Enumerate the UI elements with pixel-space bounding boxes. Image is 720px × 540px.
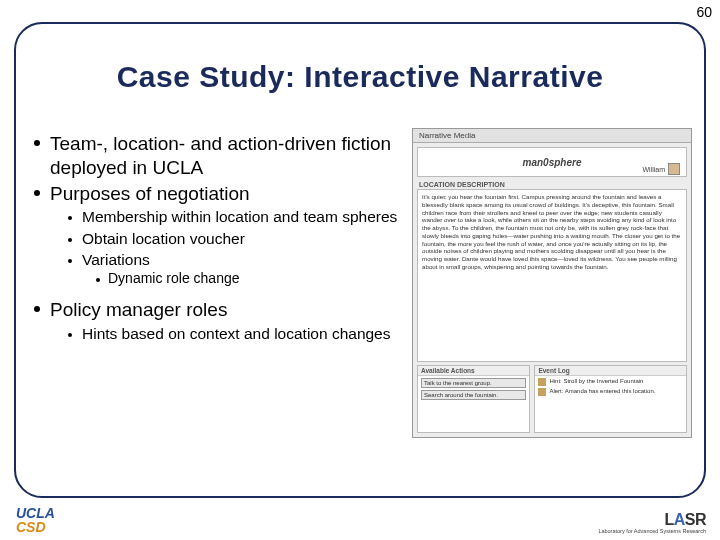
bullet-1: Team-, location- and action-driven ficti…	[34, 132, 414, 180]
app-screenshot: Narrative Media man0sphere William LOCAT…	[412, 128, 692, 438]
bullet-text: Purposes of negotiation	[50, 182, 250, 206]
bullet-dot-icon	[96, 278, 100, 282]
log-item: Hint: Stroll by the Inverted Fountain	[538, 378, 683, 386]
log-text: Hint: Stroll by the Inverted Fountain	[549, 378, 643, 384]
user-name: William	[642, 166, 665, 173]
bullet-2-1: Membership within location and team sphe…	[68, 207, 414, 226]
bullet-text: Team-, location- and action-driven ficti…	[50, 132, 414, 180]
avatar-icon	[668, 163, 680, 175]
bullet-2-2: Obtain location voucher	[68, 229, 414, 248]
csd-text: CSD	[16, 521, 55, 534]
bullet-2-3: Variations	[68, 250, 414, 269]
app-tab: Narrative Media	[413, 129, 691, 143]
log-item: Alert: Amanda has entered this location.	[538, 388, 683, 396]
bullet-dot-icon	[34, 306, 40, 312]
bullet-dot-icon	[34, 140, 40, 146]
action-button-2[interactable]: Search around the fountain.	[421, 390, 526, 400]
event-log-panel: Event Log Hint: Stroll by the Inverted F…	[534, 365, 687, 433]
lasr-subtitle: Laboratory for Advanced Systems Research	[598, 529, 706, 535]
bullet-text: Obtain location voucher	[82, 229, 245, 248]
slide-title: Case Study: Interactive Narrative	[0, 60, 720, 94]
bullet-3-1: Hints based on context and location chan…	[68, 324, 414, 343]
panel-header: Event Log	[535, 366, 686, 376]
lasr-logo: LASR Laboratory for Advanced Systems Res…	[598, 511, 706, 535]
bullet-text: Dynamic role change	[108, 270, 240, 288]
bullet-2-3-1: Dynamic role change	[96, 270, 414, 288]
bullet-3: Policy manager roles	[34, 298, 414, 322]
bullet-text: Variations	[82, 250, 150, 269]
location-description: It's quiet: you hear the fountain first.…	[417, 189, 687, 362]
app-title: man0sphere	[523, 157, 582, 168]
bullet-text: Hints based on context and location chan…	[82, 324, 391, 343]
alert-icon	[538, 388, 546, 396]
log-text: Alert: Amanda has entered this location.	[549, 388, 655, 394]
bullet-dot-icon	[68, 259, 72, 263]
bullet-dot-icon	[68, 333, 72, 337]
bullet-dot-icon	[34, 190, 40, 196]
hint-icon	[538, 378, 546, 386]
ucla-csd-logo: UCLA CSD	[16, 507, 55, 534]
app-header: man0sphere William	[417, 147, 687, 177]
panel-header: Available Actions	[418, 366, 529, 376]
bullet-text: Policy manager roles	[50, 298, 227, 322]
bullet-dot-icon	[68, 216, 72, 220]
bullet-2: Purposes of negotiation	[34, 182, 414, 206]
page-number: 60	[696, 4, 712, 20]
bullet-dot-icon	[68, 238, 72, 242]
available-actions-panel: Available Actions Talk to the nearest gr…	[417, 365, 530, 433]
section-label-description: LOCATION DESCRIPTION	[413, 179, 691, 188]
action-button-1[interactable]: Talk to the nearest group.	[421, 378, 526, 388]
user-indicator: William	[642, 163, 680, 175]
content-area: Team-, location- and action-driven ficti…	[34, 130, 414, 343]
lasr-text: LASR	[598, 511, 706, 529]
bullet-text: Membership within location and team sphe…	[82, 207, 397, 226]
